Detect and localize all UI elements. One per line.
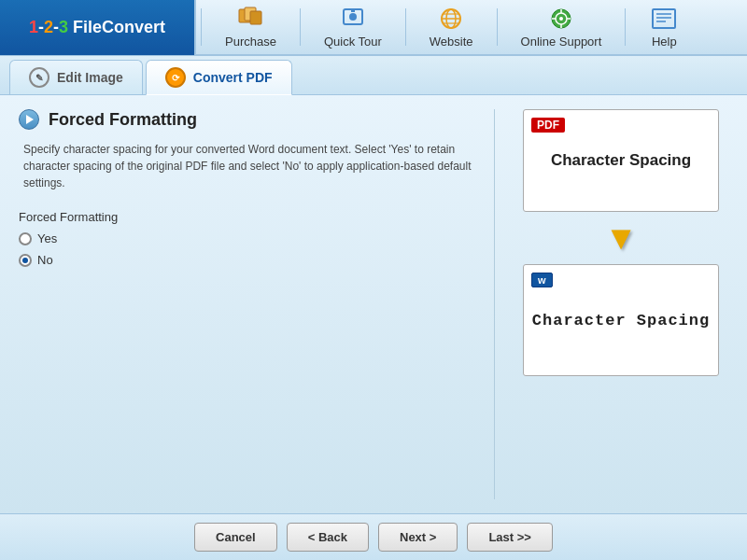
svg-rect-2 <box>250 11 261 24</box>
section-description: Specify character spacing for your conve… <box>23 141 480 191</box>
main-content: Forced Formatting Specify character spac… <box>0 95 747 513</box>
content-area: Forced Formatting Specify character spac… <box>19 109 728 499</box>
logo: 1-2-3 FileConvert <box>0 0 196 55</box>
radio-no-button[interactable] <box>19 254 32 267</box>
tab-edit-image-label: Edit Image <box>57 70 123 85</box>
word-badge: w <box>531 273 553 287</box>
section-title: Forced Formatting <box>49 110 197 130</box>
nav-divider-1 <box>201 8 202 46</box>
nav-quick-tour-label: Quick Tour <box>324 35 382 49</box>
nav-divider-4 <box>497 8 498 46</box>
nav-purchase-label: Purchase <box>225 35 276 49</box>
nav-quick-tour[interactable]: Quick Tour <box>305 0 401 54</box>
nav-divider-5 <box>625 8 626 46</box>
radio-no-option[interactable]: No <box>19 253 480 267</box>
word-preview-text: Character Spacing <box>532 312 710 329</box>
footer: Cancel < Back Next > Last >> <box>0 513 747 560</box>
pdf-preview-box: PDF Character Spacing <box>523 109 719 212</box>
nav-help-label: Help <box>652 35 677 49</box>
radio-yes-button[interactable] <box>19 232 32 245</box>
online-support-icon <box>546 6 576 32</box>
nav-website-label: Website <box>430 35 473 49</box>
pdf-preview-text: Character Spacing <box>551 151 691 170</box>
purchase-icon <box>235 6 265 32</box>
cancel-button[interactable]: Cancel <box>194 523 277 552</box>
svg-point-4 <box>349 13 357 21</box>
nav-purchase[interactable]: Purchase <box>206 0 295 54</box>
pdf-badge: PDF <box>531 118 565 133</box>
tab-bar: ✎ Edit Image ⟳ Convert PDF <box>0 56 747 95</box>
form-label: Forced Formatting <box>19 210 480 224</box>
radio-yes-option[interactable]: Yes <box>19 231 480 245</box>
tab-edit-image[interactable]: ✎ Edit Image <box>9 60 143 94</box>
conversion-arrow: ▼ <box>604 221 638 255</box>
convert-pdf-tab-icon: ⟳ <box>165 67 186 88</box>
play-button[interactable] <box>19 109 39 130</box>
help-icon <box>649 6 679 32</box>
nav-website[interactable]: Website <box>411 0 492 54</box>
nav-divider-2 <box>300 8 301 46</box>
nav-online-support[interactable]: Online Support <box>502 0 621 54</box>
nav-help[interactable]: Help <box>630 0 698 54</box>
svg-rect-5 <box>351 9 355 12</box>
nav-bar: Purchase Quick Tour <box>196 0 747 54</box>
radio-no-label: No <box>37 253 53 267</box>
back-button[interactable]: < Back <box>287 523 369 552</box>
left-panel: Forced Formatting Specify character spac… <box>19 109 495 499</box>
play-triangle-icon <box>26 115 34 124</box>
right-panel: PDF Character Spacing ▼ w Character Spac… <box>495 109 728 499</box>
edit-image-tab-icon: ✎ <box>29 67 49 88</box>
nav-online-support-label: Online Support <box>521 35 602 49</box>
svg-point-13 <box>559 17 563 21</box>
form-section: Forced Formatting Yes No <box>19 210 480 267</box>
section-header: Forced Formatting <box>19 109 480 130</box>
next-button[interactable]: Next > <box>378 523 458 552</box>
word-preview-box: w Character Spacing <box>523 264 719 376</box>
app-header: 1-2-3 FileConvert Purchase <box>0 0 747 56</box>
last-button[interactable]: Last >> <box>467 523 553 552</box>
tab-convert-pdf[interactable]: ⟳ Convert PDF <box>146 60 292 95</box>
tab-convert-pdf-label: Convert PDF <box>193 70 273 85</box>
svg-rect-18 <box>653 9 675 28</box>
nav-divider-3 <box>405 8 406 46</box>
radio-yes-label: Yes <box>37 231 57 245</box>
website-icon <box>436 6 466 32</box>
quick-tour-icon <box>338 6 368 32</box>
